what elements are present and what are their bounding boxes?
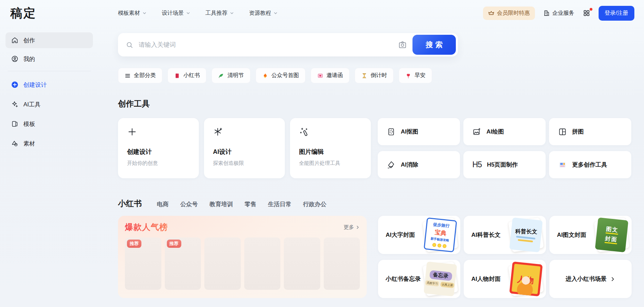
recommend-badge: 推荐 [167,240,181,248]
chip-xiaohongshu[interactable]: 小红书 [168,68,206,83]
card-ai-person-cover[interactable]: AI人物封面 人物 [464,260,546,298]
tab-education[interactable]: 教育培训 [210,200,233,208]
sidebar-item-create-design[interactable]: 创建设计 [6,77,93,92]
sidebar-item-mine[interactable]: 我的 [6,51,93,67]
nav-tutorials[interactable]: 资源教程 [249,10,278,17]
xhs-template-cards: AI大字封面 徒步旅行 宝典 新手畅游攻略 AI科普长文 [378,216,632,298]
card-thumbnail: 科普长文 [509,218,543,252]
chevron-down-icon [142,11,147,15]
thumb-text: 高效学习 [425,280,439,287]
primary-tool-cards: 创建设计 开始你的创意 AI设计 探索创造极限 图片编辑 全能图片处理工具 [118,118,371,178]
chevron-down-icon [186,11,190,15]
camera-icon[interactable] [398,40,407,49]
hot-thumbnail[interactable] [284,237,320,290]
more-tools-icon [558,160,567,169]
plus-icon [127,127,137,137]
card-collage[interactable]: 拼图 [549,118,631,145]
recommend-badge: 推荐 [127,240,141,248]
sidebar-item-assets[interactable]: 素材 [6,136,93,151]
card-ai-big-text-cover[interactable]: AI大字封面 徒步旅行 宝典 新手畅游攻略 [378,216,460,254]
tab-office[interactable]: 行政办公 [303,200,326,208]
hot-more-link[interactable]: 更多 [344,224,360,231]
tab-ecommerce[interactable]: 电商 [157,200,169,208]
chip-daojishi[interactable]: 倒计时 [355,68,394,83]
chip-label: 小红书 [183,72,200,79]
sidebar-item-templates[interactable]: 模板 [6,116,93,131]
thumb-text: 封面 [604,235,618,244]
card-ai-design[interactable]: AI设计 探索创造极限 [204,118,285,178]
chip-zaoan[interactable]: 早安 [399,68,432,83]
sidebar-item-ai-tools[interactable]: AI工具 [6,97,93,112]
sidebar-item-label: 我的 [23,55,35,63]
login-register-button[interactable]: 登录/注册 [599,6,634,21]
ai-cutout-icon [387,127,396,136]
ai-sparkle-icon [11,100,19,108]
heart-icon [405,73,411,79]
card-ai-photo-text-cover[interactable]: AI图文封面 图文 封面 [549,216,632,254]
card-ai-erase[interactable]: AI消除 [378,151,460,178]
search-input[interactable] [138,41,398,49]
search-icon [126,41,133,49]
enter-xhs-scene-link[interactable]: 进入小红书场景 [549,260,632,298]
chip-qingmingjie[interactable]: 清明节 [212,68,250,83]
ai-erase-icon [387,160,396,169]
card-create-design[interactable]: 创建设计 开始你的创意 [118,118,199,178]
ai-asterisk-icon [213,127,223,137]
thumb-text: 认真上课 [440,282,454,288]
card-more-tools[interactable]: 更多创作工具 [549,151,631,178]
chip-all-categories[interactable]: 全部分类 [118,68,162,83]
chip-yaoqinghan[interactable]: 邀请函 [311,68,350,83]
hot-thumbnail[interactable]: 推荐 [165,237,201,290]
chip-label: 早安 [415,72,426,79]
user-icon [11,55,19,63]
hot-thumbnail[interactable] [244,237,281,290]
search-button[interactable]: 搜索 [412,35,456,55]
thumb-text: 新手畅游攻略 [430,236,449,243]
h5-icon: H5 [472,160,482,169]
hot-thumbnail[interactable] [324,237,360,290]
enterprise-service-label: 企业服务 [552,10,575,17]
card-label: AI图文封面 [557,231,586,239]
thumb-text: 宝典 [434,228,447,237]
card-label: AI消除 [401,161,418,169]
plus-circle-icon [11,81,19,88]
brand-logo[interactable]: 稿定 [10,5,98,21]
card-ai-draw[interactable]: AI绘图 [463,118,546,145]
nav-templates[interactable]: 模板素材 [118,10,147,17]
apps-grid-button[interactable] [583,9,590,17]
enterprise-service-link[interactable]: 企业服务 [543,10,575,17]
chip-gongzhonghao[interactable]: 公众号首图 [256,68,305,83]
tab-gongzhonghao[interactable]: 公众号 [180,200,198,208]
leaf-icon [218,73,224,79]
nav-label: 模板素材 [118,10,140,17]
nav-scenes[interactable]: 设计场景 [162,10,190,17]
tab-retail[interactable]: 零售 [245,200,256,208]
main-nav: 模板素材 设计场景 工具推荐 资源教程 [118,10,278,17]
flame-icon [262,73,268,79]
hot-thumbnail[interactable] [204,237,241,290]
chip-label: 全部分类 [134,72,156,79]
card-thumbnail: 人物 [509,262,543,296]
card-h5-maker[interactable]: H5 H5页面制作 [463,151,546,178]
card-thumbnail: 备忘录 高效学习 认真上课 [424,262,457,296]
sidebar-item-create-home[interactable]: 创作 [6,32,93,48]
grid-icon [583,9,590,17]
card-ai-cutout[interactable]: AI抠图 [378,118,460,145]
xhs-section-header: 小红书 电商 公众号 教育培训 零售 生活日常 行政办公 [118,198,632,209]
thumb-text: 徒步旅行 [433,222,450,229]
envelope-heart-icon [317,73,323,79]
collage-icon [558,127,567,136]
hot-thumbnail[interactable]: 推荐 [125,237,161,290]
crown-icon [488,10,495,17]
card-label: AI大字封面 [386,231,415,239]
top-right-controls: 会员限时特惠 企业服务 登录/注册 [483,6,634,21]
more-label: 更多 [344,224,354,231]
tab-daily-life[interactable]: 生活日常 [268,200,291,208]
card-label: H5页面制作 [487,161,518,169]
card-photo-editor[interactable]: 图片编辑 全能图片处理工具 [290,118,371,178]
vip-promo-badge[interactable]: 会员限时特惠 [483,7,535,20]
card-xhs-memo[interactable]: 小红书备忘录 备忘录 高效学习 认真上课 [378,260,460,298]
sidebar-item-label: AI工具 [23,100,41,108]
card-ai-science-article[interactable]: AI科普长文 科普长文 [464,216,546,254]
nav-tools[interactable]: 工具推荐 [205,10,234,17]
